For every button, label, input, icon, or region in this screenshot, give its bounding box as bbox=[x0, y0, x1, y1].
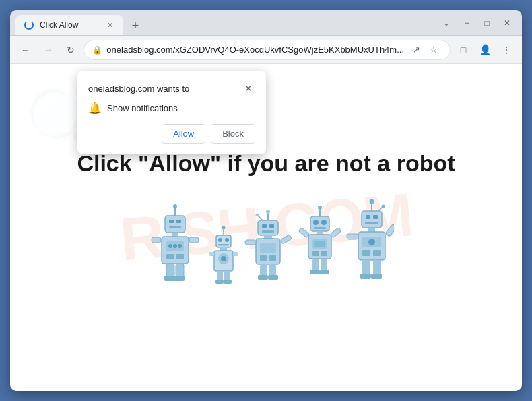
svg-rect-70 bbox=[321, 259, 327, 271]
block-button[interactable]: Block bbox=[211, 124, 255, 144]
dialog-buttons: Allow Block bbox=[88, 124, 255, 144]
address-icons: ↗ ☆ bbox=[408, 42, 442, 58]
svg-point-21 bbox=[222, 226, 226, 230]
svg-rect-52 bbox=[269, 264, 276, 276]
page-content: Click "Allow" if you are not a robot bbox=[10, 137, 522, 318]
svg-rect-89 bbox=[362, 260, 370, 275]
browser-window: Click Allow ✕ + ⌄ − □ ✕ ← → ↻ 🔒 oneladsb… bbox=[10, 10, 522, 391]
svg-rect-87 bbox=[385, 224, 394, 237]
menu-button[interactable]: ⋮ bbox=[496, 40, 517, 60]
svg-rect-12 bbox=[166, 254, 174, 259]
svg-point-29 bbox=[221, 256, 226, 261]
tab-close-button[interactable]: ✕ bbox=[104, 20, 115, 30]
svg-rect-48 bbox=[269, 255, 276, 261]
svg-point-23 bbox=[218, 238, 222, 242]
svg-rect-79 bbox=[373, 215, 378, 219]
svg-rect-88 bbox=[347, 234, 358, 239]
dialog-close-button[interactable]: ✕ bbox=[242, 82, 255, 95]
svg-point-11 bbox=[178, 244, 182, 248]
svg-point-76 bbox=[382, 205, 385, 208]
svg-rect-33 bbox=[224, 271, 230, 281]
tab-favicon bbox=[24, 20, 34, 30]
address-text: oneladsblog.com/xGZODVrvQ4O-eXocqUkvfCSg… bbox=[106, 44, 404, 55]
svg-rect-35 bbox=[224, 280, 232, 284]
svg-rect-51 bbox=[260, 264, 267, 276]
bookmark-icon[interactable]: ☆ bbox=[426, 42, 442, 58]
svg-point-1 bbox=[173, 204, 177, 208]
svg-point-37 bbox=[266, 210, 270, 214]
svg-rect-16 bbox=[166, 264, 174, 277]
bell-icon: 🔔 bbox=[88, 102, 102, 115]
svg-rect-78 bbox=[366, 215, 370, 219]
svg-rect-41 bbox=[262, 224, 267, 228]
svg-rect-68 bbox=[330, 227, 341, 238]
svg-rect-42 bbox=[269, 224, 274, 228]
svg-rect-34 bbox=[215, 280, 224, 284]
svg-rect-30 bbox=[209, 252, 214, 256]
svg-rect-19 bbox=[174, 276, 185, 281]
svg-point-84 bbox=[368, 239, 375, 245]
svg-rect-67 bbox=[298, 227, 310, 238]
svg-point-10 bbox=[173, 244, 177, 248]
notification-dialog: oneladsblog.com wants to ✕ 🔔 Show notifi… bbox=[77, 71, 266, 154]
svg-point-74 bbox=[370, 199, 374, 204]
share-icon[interactable]: ↗ bbox=[408, 42, 424, 58]
dialog-option-label: Show notifications bbox=[107, 103, 178, 113]
profile-button[interactable]: 👤 bbox=[475, 40, 495, 60]
svg-rect-6 bbox=[172, 233, 178, 237]
dialog-title: oneladsblog.com wants to bbox=[88, 84, 189, 94]
forward-button[interactable]: → bbox=[38, 40, 59, 60]
svg-rect-25 bbox=[218, 244, 229, 246]
svg-rect-91 bbox=[360, 274, 371, 279]
svg-rect-31 bbox=[233, 252, 238, 256]
extensions-button[interactable]: □ bbox=[453, 40, 473, 60]
svg-point-58 bbox=[313, 220, 319, 225]
back-button[interactable]: ← bbox=[15, 40, 36, 60]
svg-rect-71 bbox=[310, 270, 320, 274]
nav-right: □ 👤 ⋮ bbox=[453, 40, 517, 60]
nav-bar: ← → ↻ 🔒 oneladsblog.com/xGZODVrvQ4O-eXoc… bbox=[10, 36, 522, 64]
svg-rect-86 bbox=[373, 250, 381, 256]
svg-rect-2 bbox=[165, 216, 185, 233]
svg-rect-72 bbox=[320, 270, 329, 274]
svg-rect-17 bbox=[176, 264, 184, 277]
svg-rect-77 bbox=[362, 211, 382, 228]
svg-rect-5 bbox=[169, 226, 181, 228]
robots-svg bbox=[138, 197, 394, 305]
svg-rect-90 bbox=[373, 260, 381, 275]
content-area: 🔍 rish.com oneladsblog.com wants to ✕ 🔔 … bbox=[10, 64, 522, 391]
svg-rect-47 bbox=[260, 255, 267, 261]
svg-rect-54 bbox=[268, 275, 278, 280]
svg-point-9 bbox=[168, 244, 172, 248]
lock-icon: 🔒 bbox=[92, 45, 102, 55]
svg-rect-85 bbox=[362, 250, 370, 256]
tab-title: Click Allow bbox=[40, 20, 99, 30]
svg-rect-43 bbox=[262, 230, 274, 233]
svg-rect-80 bbox=[365, 222, 378, 224]
chevron-down-button[interactable]: ⌄ bbox=[437, 13, 456, 32]
svg-rect-3 bbox=[169, 220, 174, 223]
svg-rect-49 bbox=[280, 235, 292, 244]
maximize-button[interactable]: □ bbox=[477, 13, 496, 32]
svg-point-39 bbox=[256, 214, 259, 217]
new-tab-button[interactable]: + bbox=[126, 16, 145, 35]
svg-rect-18 bbox=[164, 276, 175, 281]
address-bar[interactable]: 🔒 oneladsblog.com/xGZODVrvQ4O-eXocqUkvfC… bbox=[84, 40, 451, 60]
svg-rect-13 bbox=[176, 254, 184, 259]
svg-rect-92 bbox=[371, 274, 382, 279]
svg-rect-69 bbox=[312, 259, 319, 271]
svg-rect-60 bbox=[314, 227, 326, 229]
allow-button[interactable]: Allow bbox=[162, 124, 205, 144]
minimize-button[interactable]: − bbox=[457, 13, 476, 32]
svg-rect-32 bbox=[217, 271, 223, 281]
close-button[interactable]: ✕ bbox=[498, 13, 517, 32]
svg-rect-4 bbox=[176, 220, 181, 223]
reload-button[interactable]: ↻ bbox=[61, 40, 81, 60]
svg-rect-81 bbox=[368, 228, 375, 232]
svg-rect-14 bbox=[152, 237, 161, 243]
active-tab[interactable]: Click Allow ✕ bbox=[15, 15, 123, 35]
svg-rect-46 bbox=[260, 243, 276, 253]
svg-rect-65 bbox=[312, 251, 319, 256]
window-controls: ⌄ − □ ✕ bbox=[437, 13, 517, 35]
svg-rect-40 bbox=[258, 220, 278, 235]
